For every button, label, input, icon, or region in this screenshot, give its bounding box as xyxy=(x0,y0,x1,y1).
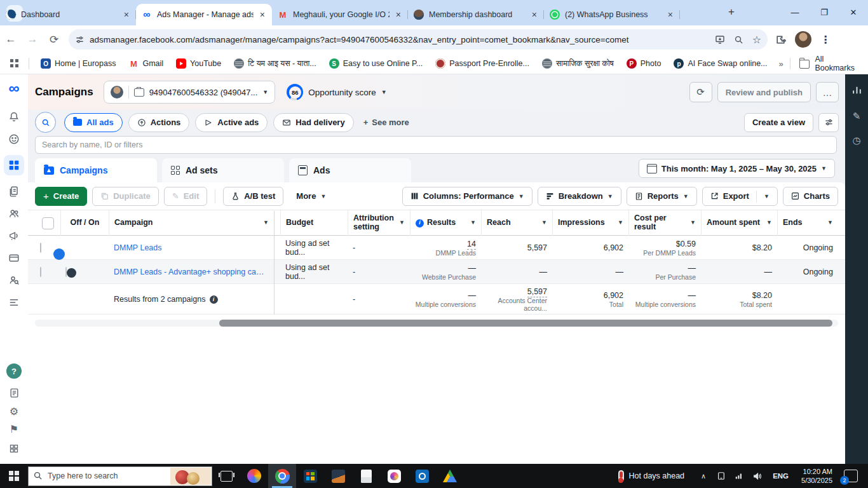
close-tab-icon[interactable] xyxy=(123,10,130,20)
tray-expand-icon[interactable] xyxy=(701,472,706,480)
view-settings-sliders-icon[interactable] xyxy=(818,113,839,132)
billing-card-icon[interactable] xyxy=(8,252,20,264)
audiences-people-icon[interactable] xyxy=(8,207,20,220)
filter-pill-active-ads[interactable]: Active ads xyxy=(195,113,268,132)
col-results[interactable]: Results xyxy=(410,210,481,236)
tab-gmail[interactable]: Meghauli, your Google I/O 2 xyxy=(272,4,408,25)
more-options-button[interactable] xyxy=(816,82,839,102)
maximize-button[interactable] xyxy=(810,0,839,24)
report-page-icon[interactable] xyxy=(8,386,20,399)
refresh-button[interactable] xyxy=(689,82,712,102)
tab-ads-manager[interactable]: Ads Manager - Manage ads xyxy=(136,4,272,25)
create-view-button[interactable]: Create a view xyxy=(744,113,813,132)
breakdown-button[interactable]: Breakdown xyxy=(538,187,621,206)
profile-avatar[interactable] xyxy=(795,31,811,48)
zoom-icon[interactable] xyxy=(734,35,743,44)
taskbar-app-photos[interactable] xyxy=(324,464,352,488)
flag-icon[interactable] xyxy=(10,424,18,435)
filter-pill-all-ads[interactable]: All ads xyxy=(64,113,123,132)
col-campaign[interactable]: Campaign xyxy=(109,210,274,236)
date-range-button[interactable]: This month: May 1, 2025 – May 30, 2025 xyxy=(639,159,835,178)
bookmark-photo[interactable]: Photo xyxy=(621,58,667,69)
filter-pill-had-delivery[interactable]: Had delivery xyxy=(273,113,353,132)
campaign-toggle-off[interactable] xyxy=(65,267,67,277)
close-tab-icon[interactable] xyxy=(259,10,266,20)
taskbar-app-chrome[interactable] xyxy=(268,464,296,488)
col-ends[interactable]: Ends xyxy=(777,210,838,236)
chevron-down-icon[interactable] xyxy=(827,220,833,226)
settings-gear-icon[interactable] xyxy=(10,407,18,417)
all-tools-icon[interactable] xyxy=(8,296,20,309)
ab-test-button[interactable]: A/B test xyxy=(223,187,283,206)
taskbar-app-clipchamp[interactable] xyxy=(380,464,408,488)
see-more-button[interactable]: See more xyxy=(363,118,409,127)
select-all-header[interactable] xyxy=(35,210,60,236)
bookmark-star-icon[interactable] xyxy=(752,34,761,46)
close-tab-icon[interactable] xyxy=(395,10,402,20)
info-icon[interactable] xyxy=(416,219,424,227)
campaign-name-link[interactable]: DMMP Leads - Advantage+ shopping campaig… xyxy=(109,268,274,276)
table-row[interactable]: DMMP Leads Using ad set bud... - 14 DMMP… xyxy=(28,236,845,260)
task-view-button[interactable] xyxy=(212,464,240,488)
filter-pill-actions[interactable]: Actions xyxy=(128,113,190,132)
filter-search-button[interactable] xyxy=(35,112,56,133)
taskbar-app-store[interactable] xyxy=(296,464,324,488)
chevron-down-icon[interactable] xyxy=(766,220,772,226)
notification-center-icon[interactable]: 2 xyxy=(844,470,858,482)
audience-insights-icon[interactable] xyxy=(8,274,20,287)
weather-thermometer-icon[interactable] xyxy=(618,470,624,482)
chevron-down-icon[interactable] xyxy=(541,220,547,226)
tab-ad-sets[interactable]: Ad sets xyxy=(162,158,284,182)
tab-campaigns[interactable]: Campaigns xyxy=(35,158,157,182)
close-tab-icon[interactable] xyxy=(667,10,674,20)
chevron-down-icon[interactable] xyxy=(470,220,476,226)
search-highlight-image[interactable] xyxy=(170,468,211,485)
col-cost-per-result[interactable]: Cost per result xyxy=(628,210,701,236)
info-icon[interactable] xyxy=(210,295,218,304)
bookmark-online-p[interactable]: Easy to use Online P... xyxy=(324,58,428,69)
close-window-button[interactable] xyxy=(839,0,868,24)
apps-grid-icon[interactable] xyxy=(10,59,18,68)
address-bar[interactable]: adsmanager.facebook.com/adsmanager/manag… xyxy=(69,29,768,50)
tab-membership[interactable]: Membership dashboard xyxy=(408,4,544,25)
chevron-down-icon[interactable] xyxy=(399,220,405,226)
bookmark-gmail[interactable]: Gmail xyxy=(123,58,168,69)
all-bookmarks[interactable]: All Bookmarks xyxy=(786,55,862,72)
search-input[interactable] xyxy=(35,136,837,154)
language-indicator[interactable]: ENG xyxy=(773,472,789,480)
weather-text[interactable]: Hot days ahead xyxy=(629,471,685,480)
ads-megaphone-icon[interactable] xyxy=(8,229,20,242)
taskbar-search[interactable] xyxy=(28,466,212,486)
browser-menu-icon[interactable] xyxy=(820,34,831,46)
duplicate-button[interactable]: Duplicate xyxy=(92,187,159,206)
bookmark-youtube[interactable]: YouTube xyxy=(171,58,226,69)
create-button[interactable]: Create xyxy=(35,187,87,206)
chevron-down-icon[interactable] xyxy=(263,220,269,226)
edit-pencil-icon[interactable] xyxy=(853,111,861,122)
edit-button[interactable]: Edit xyxy=(164,187,207,206)
device-icon[interactable] xyxy=(717,471,726,480)
scrollbar-thumb[interactable] xyxy=(219,320,832,327)
meta-logo[interactable] xyxy=(8,82,19,95)
results-value-link[interactable]: 14 xyxy=(467,240,476,250)
opportunity-score[interactable]: Opportunity score xyxy=(287,84,386,100)
extensions-icon[interactable] xyxy=(775,34,786,45)
columns-button[interactable]: Columns: Performance xyxy=(402,187,532,206)
minimize-button[interactable] xyxy=(780,0,810,24)
tab-dashboard[interactable]: Dashboard xyxy=(0,4,136,25)
select-all-checkbox[interactable] xyxy=(42,217,54,229)
taskbar-app-outlook[interactable] xyxy=(408,464,436,488)
windows-start-icon[interactable] xyxy=(9,471,19,481)
taskbar-app-notepad[interactable] xyxy=(352,464,380,488)
widgets-icon[interactable] xyxy=(8,442,20,455)
back-icon[interactable] xyxy=(0,33,22,46)
col-attribution[interactable]: Attribution setting xyxy=(348,210,410,236)
chevron-down-icon[interactable] xyxy=(690,220,696,226)
reach-value-link[interactable]: 5,597 xyxy=(527,287,547,297)
row-checkbox[interactable] xyxy=(40,267,41,277)
bookmark-faceswap[interactable]: AI Face Swap online... xyxy=(668,58,772,69)
bookmark-passport[interactable]: Passport Pre-Enrolle... xyxy=(430,58,534,69)
account-quality-smiley-icon[interactable] xyxy=(8,133,20,146)
taskbar-app-drive[interactable] xyxy=(436,464,464,488)
chevron-down-icon[interactable] xyxy=(764,193,770,200)
